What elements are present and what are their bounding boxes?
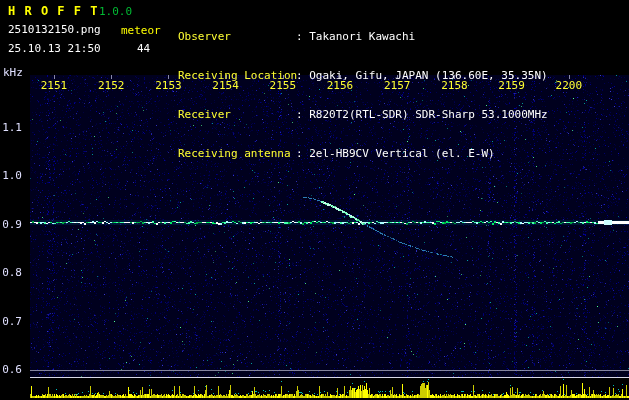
y-tick-label: 0.8 bbox=[2, 267, 22, 279]
info-value: : Takanori Kawachi bbox=[296, 30, 415, 43]
echo-count: 44 bbox=[137, 42, 150, 55]
x-tick-label: 2155 bbox=[270, 80, 297, 92]
info-label: Receiver bbox=[178, 108, 296, 121]
y-tick-label: 0.6 bbox=[2, 364, 22, 376]
y-tick-label: 1.0 bbox=[2, 170, 22, 182]
app-version: 1.0.0 bbox=[99, 5, 132, 18]
info-row-observer: Observer : Takanori Kawachi bbox=[178, 30, 548, 43]
x-tick-label: 2158 bbox=[441, 80, 468, 92]
mode-label: meteor bbox=[121, 24, 161, 37]
x-axis-labels: 2151215221532154215521562157215821592200 bbox=[0, 80, 629, 92]
info-label: Observer bbox=[178, 30, 296, 43]
y-tick-label: 0.7 bbox=[2, 316, 22, 328]
y-axis-labels: 1.11.00.90.80.70.6 bbox=[0, 0, 27, 400]
info-row-antenna: Receiving antenna : 2el-HB9CV Vertical (… bbox=[178, 147, 548, 160]
info-row-receiver: Receiver : R820T2(RTL-SDR) SDR-Sharp 53.… bbox=[178, 108, 548, 121]
y-tick-label: 1.1 bbox=[2, 122, 22, 134]
info-value: : 2el-HB9CV Vertical (el. E-W) bbox=[296, 147, 495, 160]
y-tick-label: 0.9 bbox=[2, 219, 22, 231]
x-tick-label: 2153 bbox=[155, 80, 182, 92]
info-label: Receiving antenna bbox=[178, 147, 296, 160]
x-tick-label: 2156 bbox=[327, 80, 354, 92]
hrofft-screen: H R O F F T 1.0.0 2510132150.png meteor … bbox=[0, 0, 629, 400]
info-value: : R820T2(RTL-SDR) SDR-Sharp 53.1000MHz bbox=[296, 108, 548, 121]
x-tick-label: 2157 bbox=[384, 80, 411, 92]
station-info: Observer : Takanori Kawachi Receiving Lo… bbox=[178, 4, 548, 186]
x-tick-label: 2152 bbox=[98, 80, 125, 92]
x-tick-label: 2151 bbox=[41, 80, 68, 92]
x-tick-label: 2154 bbox=[212, 80, 239, 92]
x-tick-label: 2200 bbox=[556, 80, 583, 92]
x-tick-label: 2159 bbox=[498, 80, 525, 92]
